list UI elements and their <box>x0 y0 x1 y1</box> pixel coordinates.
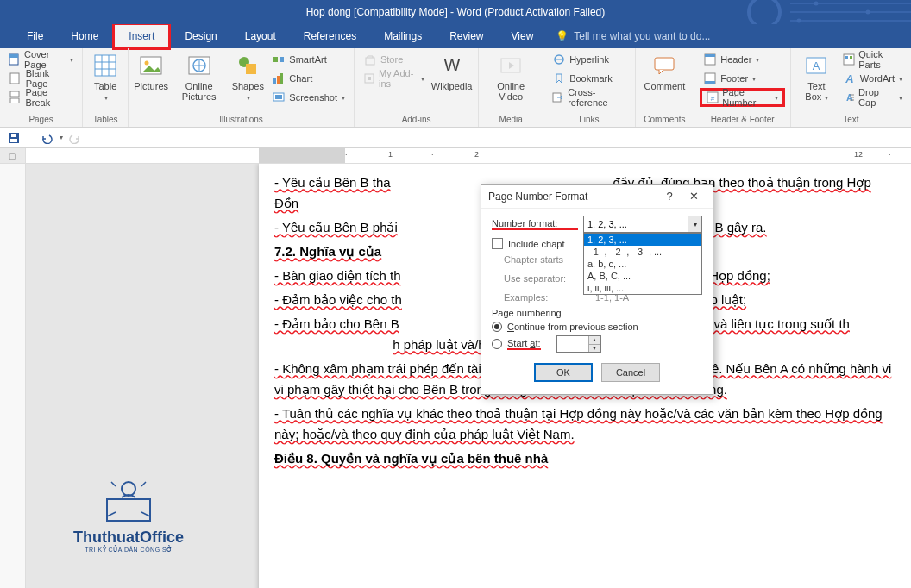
table-button[interactable]: Table▾ <box>88 50 123 104</box>
number-format-combo[interactable]: ▾ 1, 2, 3, ... - 1 -, - 2 -, - 3 -, ... … <box>583 216 702 233</box>
smartart-button[interactable]: SmartArt <box>268 50 349 69</box>
drop-cap-button[interactable]: ADrop Cap▾ <box>839 88 906 107</box>
start-at-radio[interactable] <box>492 339 502 349</box>
spinner-down-icon[interactable]: ▼ <box>588 344 600 352</box>
dialog-titlebar[interactable]: Page Number Format ? ✕ <box>481 185 713 209</box>
screenshot-icon <box>272 91 286 104</box>
dropdown-icon: ▾ <box>775 94 778 102</box>
quick-parts-icon <box>843 53 855 66</box>
format-option[interactable]: - 1 -, - 2 -, - 3 -, ... <box>584 246 701 258</box>
tab-mailings[interactable]: Mailings <box>370 25 436 47</box>
my-addins-button[interactable]: My Add-ins▾ <box>360 69 428 88</box>
dialog-help-button[interactable]: ? <box>657 190 682 203</box>
online-video-button[interactable]: Online Video <box>484 50 537 103</box>
ok-button[interactable]: OK <box>534 363 593 382</box>
cover-page-button[interactable]: Cover Page▾ <box>5 50 77 69</box>
wikipedia-button[interactable]: WWikipedia <box>430 50 473 93</box>
pictures-button[interactable]: Pictures <box>134 50 168 93</box>
svg-rect-22 <box>275 95 282 99</box>
include-chapter-checkbox[interactable] <box>492 238 503 249</box>
include-chapter-label: Include chapt <box>508 239 564 249</box>
shapes-button[interactable]: Shapes ▾ <box>229 50 266 104</box>
svg-point-2 <box>866 10 870 15</box>
online-pictures-button[interactable]: Online Pictures <box>171 50 227 103</box>
save-icon[interactable] <box>7 131 21 145</box>
footer-button[interactable]: Footer▾ <box>700 69 785 88</box>
format-option[interactable]: A, B, C, ... <box>584 270 701 282</box>
hyperlink-button[interactable]: Hyperlink <box>549 50 629 69</box>
comment-button[interactable]: Comment <box>641 50 689 93</box>
undo-dropdown-icon[interactable]: ▾ <box>60 134 63 141</box>
tab-file[interactable]: File <box>13 25 57 47</box>
dropdown-icon: ▾ <box>822 94 827 102</box>
tab-review[interactable]: Review <box>436 25 497 47</box>
svg-rect-7 <box>10 91 19 97</box>
svg-rect-34 <box>705 81 715 84</box>
title-decoration <box>738 0 911 24</box>
page-numbering-label: Page numbering <box>492 308 702 318</box>
group-tables: Table▾ Tables <box>83 48 129 127</box>
blank-page-button[interactable]: Blank Page <box>5 69 77 88</box>
svg-rect-17 <box>280 57 284 62</box>
video-icon <box>497 52 525 79</box>
tell-me[interactable]: 💡 Tell me what you want to do... <box>547 25 719 47</box>
shapes-icon <box>234 52 261 79</box>
group-illustrations: Pictures Online Pictures Shapes ▾ SmartA… <box>129 48 355 127</box>
tab-design[interactable]: Design <box>171 25 230 47</box>
group-header-footer: Header▾ Footer▾ #Page Number▾ Header & F… <box>694 48 791 127</box>
quick-parts-button[interactable]: Quick Parts <box>839 50 906 69</box>
number-format-input[interactable] <box>583 216 702 233</box>
page-number-button[interactable]: #Page Number▾ <box>700 88 785 107</box>
dropdown-icon: ▾ <box>342 94 345 102</box>
header-button[interactable]: Header▾ <box>700 50 785 69</box>
group-label-illus: Illustrations <box>134 113 349 127</box>
use-separator-label: Use separator: <box>504 273 590 284</box>
page-break-button[interactable]: Page Break <box>5 88 77 107</box>
chart-button[interactable]: Chart <box>268 69 349 88</box>
cross-ref-button[interactable]: Cross-reference <box>549 88 629 107</box>
text-box-button[interactable]: AText Box ▾ <box>796 50 837 104</box>
wordart-icon: A <box>843 72 857 85</box>
svg-point-11 <box>145 61 149 66</box>
group-media: Online Video Media <box>479 48 543 127</box>
start-at-label: Start at: <box>507 338 541 350</box>
format-option[interactable]: a, b, c, ... <box>584 258 701 270</box>
tab-layout[interactable]: Layout <box>231 25 290 47</box>
svg-rect-47 <box>107 499 150 521</box>
group-label-addins: Add-ins <box>360 113 473 127</box>
format-option[interactable]: 1, 2, 3, ... <box>584 234 701 246</box>
svg-text:#: # <box>711 95 715 103</box>
undo-icon[interactable] <box>40 131 53 145</box>
continue-radio[interactable] <box>492 322 502 332</box>
watermark-logo: ThuthuatOffice TRI KỶ CỦA DÂN CÔNG SỞ <box>73 473 184 554</box>
screenshot-button[interactable]: Screenshot▾ <box>268 88 349 107</box>
tab-view[interactable]: View <box>498 25 548 47</box>
tab-home[interactable]: Home <box>57 25 112 47</box>
dropdown-icon: ▾ <box>421 75 424 83</box>
svg-rect-39 <box>844 54 854 65</box>
tab-insert[interactable]: Insert <box>112 22 171 50</box>
group-label-pages: Pages <box>5 113 77 127</box>
spinner-up-icon[interactable]: ▲ <box>588 336 600 344</box>
hyperlink-icon <box>552 53 566 66</box>
tab-references[interactable]: References <box>290 25 370 47</box>
redo-icon[interactable] <box>68 131 82 145</box>
dialog-close-button[interactable]: ✕ <box>682 190 706 203</box>
combo-dropdown-button[interactable]: ▾ <box>688 216 701 232</box>
store-icon <box>363 53 377 66</box>
pictures-icon <box>137 52 165 79</box>
chapter-starts-label: Chapter starts <box>504 254 590 265</box>
svg-point-0 <box>749 0 780 24</box>
bookmark-button[interactable]: Bookmark <box>549 69 629 88</box>
start-at-spinner[interactable]: ▲ ▼ <box>556 335 601 353</box>
cancel-button[interactable]: Cancel <box>601 363 660 382</box>
svg-rect-40 <box>845 56 848 59</box>
wikipedia-icon: W <box>438 52 466 79</box>
store-button[interactable]: Store <box>360 50 428 69</box>
format-option[interactable]: i, ii, iii, ... <box>584 282 701 294</box>
svg-rect-15 <box>246 64 256 74</box>
wordart-button[interactable]: AWordArt▾ <box>839 69 906 88</box>
header-icon <box>703 53 717 66</box>
smartart-icon <box>272 53 286 66</box>
horizontal-ruler: ▢ ·1·2 12· <box>0 148 911 164</box>
